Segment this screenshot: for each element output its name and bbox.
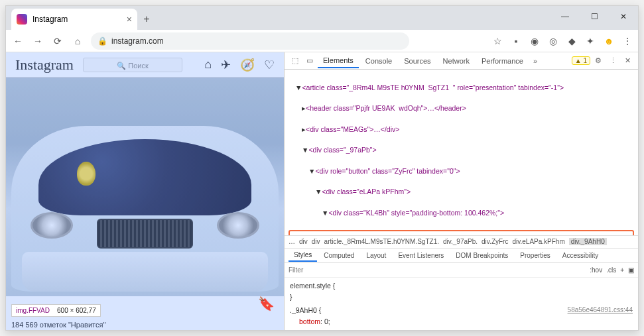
headlight-left [31, 212, 73, 239]
add-rule-button[interactable]: + [620, 266, 624, 274]
chrome-window: Instagram × + — ☐ ✕ ← → ⟳ ⌂ 🔒 instagram.… [5, 5, 639, 331]
cls-toggle[interactable]: .cls [606, 266, 616, 274]
omnibox[interactable]: 🔒 instagram.com [91, 32, 409, 50]
hov-toggle[interactable]: :hov [590, 266, 602, 274]
tooltip-selector: img.FFVAD [16, 307, 50, 314]
minimize-button[interactable]: — [550, 6, 580, 27]
instagram-search[interactable]: 🔍 Поиск [83, 58, 182, 72]
devtools-menu-icon[interactable]: ⋮ [606, 55, 620, 66]
activity-icon[interactable]: ♡ [264, 58, 275, 72]
car-bumper-shape [22, 252, 267, 292]
car-hood-shape [38, 139, 252, 215]
likes-count[interactable]: 184 569 отметок "Нравится" [11, 321, 105, 329]
ext-icon-4[interactable]: ◆ [566, 36, 577, 46]
tab-dom-breakpoints[interactable]: DOM Breakpoints [450, 250, 513, 261]
reload-button[interactable]: ⟳ [51, 34, 64, 48]
url-text: instagram.com [111, 36, 164, 46]
tab-sources[interactable]: Sources [399, 54, 436, 68]
styles-filter-bar: :hov .cls + ▣ [285, 263, 638, 278]
ext-icon-3[interactable]: ◎ [548, 36, 558, 46]
filter-input[interactable] [289, 266, 584, 274]
car-grille-shape [97, 219, 193, 249]
more-tabs-icon[interactable]: » [530, 56, 541, 66]
rule-selector[interactable]: ._9AhH0 { [290, 306, 321, 314]
titlebar: Instagram × + — ☐ ✕ [6, 6, 638, 30]
ext-icon-1[interactable]: ▪ [511, 36, 521, 46]
close-tab-button[interactable]: × [127, 14, 132, 25]
instagram-page: Instagram 🔍 Поиск ⌂ ✈ 🧭 ♡ [6, 52, 285, 330]
highlighted-img-element[interactable]: <img alt="Photo by CHRIS BROWN on Februa… [289, 230, 634, 235]
explore-icon[interactable]: 🧭 [240, 58, 255, 72]
menu-icon[interactable]: ⋮ [622, 36, 633, 46]
devtools-panel: ⬚ ▭ Elements Console Sources Network Per… [285, 52, 638, 330]
tab-network[interactable]: Network [438, 54, 475, 68]
tab-layout[interactable]: Layout [361, 250, 391, 261]
instagram-nav-icons: ⌂ ✈ 🧭 ♡ [204, 58, 275, 72]
window-controls: — ☐ ✕ [550, 6, 638, 27]
content-area: Instagram 🔍 Поиск ⌂ ✈ 🧭 ♡ [6, 52, 638, 330]
tab-computed[interactable]: Computed [318, 250, 359, 261]
extension-icons: ☆ ▪ ◉ ◎ ◆ ✦ ☻ ⋮ [492, 36, 633, 46]
back-button[interactable]: ← [11, 34, 25, 48]
forward-button[interactable]: → [31, 34, 44, 48]
headlight-right [217, 212, 259, 239]
styles-tabs: Styles Computed Layout Event Listeners D… [285, 249, 638, 263]
instagram-header: Instagram 🔍 Поиск ⌂ ✈ 🧭 ♡ [6, 52, 284, 78]
address-bar: ← → ⟳ ⌂ 🔒 instagram.com ☆ ▪ ◉ ◎ ◆ ✦ ☻ ⋮ [6, 30, 638, 52]
elements-tree[interactable]: ▼<article class="_8Rm4L M9sTE h0YNM SgTZ… [285, 70, 638, 235]
bookmark-icon[interactable]: 🔖 [258, 296, 275, 311]
close-window-button[interactable]: ✕ [609, 6, 638, 27]
ext-icon-2[interactable]: ◉ [529, 36, 540, 46]
tab-elements[interactable]: Elements [318, 54, 359, 68]
styles-menu-icon[interactable]: ▣ [628, 266, 634, 274]
device-toolbar-icon[interactable]: ▭ [303, 55, 316, 66]
tab-styles[interactable]: Styles [289, 249, 317, 262]
home-icon[interactable]: ⌂ [204, 58, 212, 72]
tab-accessibility[interactable]: Accessibility [557, 250, 604, 261]
inspect-element-icon[interactable]: ⬚ [289, 55, 302, 66]
warnings-badge[interactable]: ▲ 1 [572, 56, 590, 65]
rule-element-style[interactable]: element.style { [290, 280, 633, 292]
car-body-shape [11, 126, 278, 292]
tab-title: Instagram [32, 15, 68, 24]
messages-icon[interactable]: ✈ [221, 58, 231, 72]
ext-icon-5[interactable]: ☻ [604, 36, 614, 46]
tab-event-listeners[interactable]: Event Listeners [393, 250, 449, 261]
tab-properties[interactable]: Properties [515, 250, 556, 261]
tooltip-dimensions: 600 × 602,77 [57, 307, 96, 314]
new-tab-button[interactable]: + [137, 10, 156, 28]
settings-icon[interactable]: ⚙ [592, 55, 605, 66]
close-devtools-icon[interactable]: ✕ [621, 55, 634, 66]
tab-console[interactable]: Console [360, 54, 397, 68]
styles-pane[interactable]: element.style { } 58a56e464891.css:44 ._… [285, 278, 638, 330]
extensions-icon[interactable]: ✦ [585, 36, 596, 46]
star-icon[interactable]: ☆ [492, 36, 503, 46]
home-button[interactable]: ⌂ [71, 34, 84, 48]
css-property[interactable]: bottom: 0; [290, 316, 633, 327]
lock-icon: 🔒 [97, 36, 107, 46]
breadcrumb[interactable]: … div div article._8Rm4L.M9sTE.h0YNM.SgT… [285, 235, 638, 249]
instagram-logo[interactable]: Instagram [15, 56, 74, 74]
devtools-tabs: ⬚ ▭ Elements Console Sources Network Per… [285, 52, 638, 70]
inspect-tooltip: img.FFVAD 600 × 602,77 [11, 304, 101, 317]
maximize-button[interactable]: ☐ [580, 6, 609, 27]
instagram-favicon [17, 14, 27, 25]
browser-tab[interactable]: Instagram × [11, 9, 137, 30]
tab-performance[interactable]: Performance [476, 54, 529, 68]
post-image[interactable] [6, 78, 284, 296]
rule-source-link[interactable]: 58a56e464891.css:44 [568, 305, 633, 315]
